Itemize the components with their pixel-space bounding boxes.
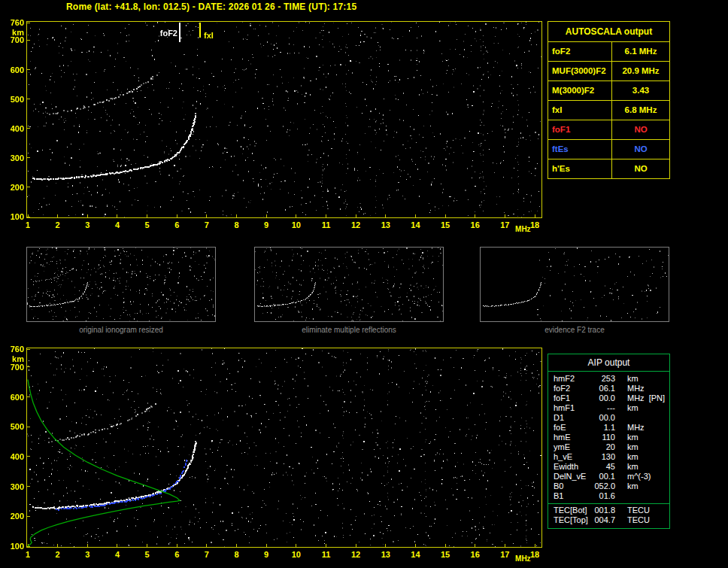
autoscala-row-fxI: fxI6.8 MHz (548, 100, 669, 120)
thumbnail-original-canvas (27, 248, 215, 321)
aip-param-unit: MHz (615, 423, 645, 433)
aip-param-value: 001.8 (593, 506, 615, 515)
autoscala-param-value: NO (612, 120, 669, 139)
autoscala-param-label: foF2 (548, 42, 612, 61)
autoscala-param-label: M(3000)F2 (548, 81, 612, 100)
autoscala-param-value: NO (612, 140, 669, 159)
aip-param-label: B1 (548, 491, 593, 501)
y-tick-label-top: 500 (2, 95, 24, 104)
autoscala-param-value: NO (612, 159, 669, 178)
autoscala-row-M(3000)F2: M(3000)F23.43 (548, 80, 669, 100)
aip-param-value: 004.7 (593, 515, 615, 525)
aip-param-value: 06.1 (593, 384, 615, 393)
x-tick-label-top: 9 (255, 220, 278, 229)
aip-param-label: B0 (548, 481, 593, 491)
aip-param-unit: TECU (615, 515, 650, 525)
aip-param-label: ymE (548, 442, 593, 452)
x-tick-label-top: 8 (226, 220, 248, 229)
aip-tec-separator (548, 503, 669, 504)
aip-row-hmE: hmE110km (548, 433, 669, 442)
autoscala-param-value: 6.8 MHz (612, 101, 669, 120)
fxi-marker-label: fxI (204, 31, 214, 40)
x-tick-label-top: 5 (136, 220, 159, 229)
y-tick-label-top: 200 (2, 183, 24, 192)
aip-table-rows: hmF2253kmfoF206.1MHzfoF100.0MHz [PN]hmF1… (548, 372, 669, 501)
thumbnail-original-ionogram (26, 247, 216, 322)
y-tick-label-bottom: 500 (2, 422, 24, 431)
y-tick-label-top: 700 (2, 35, 24, 44)
aip-param-label: hmF2 (548, 374, 593, 384)
autoscala-table-header: AUTOSCALA output (548, 22, 669, 41)
x-tick-label-top: 14 (404, 220, 426, 229)
aip-row-DelN_vE: DelN_vE00.1m^(-3) (548, 472, 669, 481)
autoscala-param-label: ftEs (548, 140, 612, 159)
x-tick-label-top: 13 (375, 220, 397, 229)
aip-param-unit: m^(-3) (615, 472, 651, 481)
x-tick-label-top: 10 (285, 220, 308, 229)
aip-row-hmF2: hmF2253km (548, 374, 669, 384)
x-tick-label-top: 6 (165, 220, 188, 229)
thumbnail-no-multiples-canvas (255, 248, 443, 321)
aip-row-TEC[Top]: TEC[Top]004.7TECU (548, 515, 669, 525)
autoscala-screen: { "title": "Rome (lat: +41.8, lon: 012.5… (0, 0, 728, 568)
aip-param-label: D1 (548, 413, 593, 423)
x-tick-label-top: 11 (314, 220, 337, 229)
aip-table-header: AIP output (548, 354, 669, 372)
x-tick-label-bottom: 10 (285, 550, 308, 559)
aip-param-unit: MHz [PN] (615, 393, 665, 403)
thumbnail-caption-original: original ionogram resized (26, 326, 216, 334)
x-tick-label-bottom: 7 (196, 550, 218, 559)
aip-output-table: AIP output hmF2253kmfoF206.1MHzfoF100.0M… (548, 354, 670, 529)
aip-param-value: 052.0 (593, 481, 615, 491)
station-date-title: Rome (lat: +41.8, lon: 012.5) - DATE: 20… (66, 2, 356, 12)
x-axis-unit-bottom: MHz (511, 554, 534, 563)
aip-param-label: TEC[Bot] (548, 506, 593, 515)
aip-row-D1: D100.0 (548, 413, 669, 423)
y-tick-label-top: 760 (2, 18, 24, 27)
aip-param-unit: TECU (615, 506, 650, 515)
x-tick-label-bottom: 11 (314, 550, 337, 559)
autoscala-param-label: h'Es (548, 159, 612, 178)
x-tick-label-top: 7 (196, 220, 218, 229)
x-tick-label-top: 12 (344, 220, 367, 229)
aip-param-value: 1.1 (593, 423, 615, 433)
aip-param-label: h_vE (548, 452, 593, 462)
autoscala-row-foF1: foF1NO (548, 120, 669, 139)
aip-param-label: hmF1 (548, 403, 593, 413)
autoscala-param-value: 3.43 (612, 81, 669, 100)
x-tick-label-bottom: 8 (226, 550, 248, 559)
aip-param-value: 110 (593, 433, 615, 442)
aip-param-value: 00.0 (593, 393, 615, 403)
aip-param-unit: km (615, 462, 639, 472)
aip-param-unit: km (615, 433, 639, 442)
aip-param-value: --- (593, 403, 615, 413)
thumbnail-caption-f2-trace: evidence F2 trace (480, 326, 669, 334)
y-tick-label-bottom: 600 (2, 393, 24, 402)
x-tick-label-bottom: 9 (255, 550, 278, 559)
x-tick-label-bottom: 5 (136, 550, 159, 559)
aip-param-value: 253 (593, 374, 615, 384)
aip-row-hmF1: hmF1---km (548, 403, 669, 413)
x-tick-label-top: 1 (17, 220, 39, 229)
fof2-marker-label: foF2 (150, 29, 177, 38)
y-tick-label-bottom: 300 (2, 482, 24, 491)
autoscala-row-ftEs: ftEsNO (548, 139, 669, 159)
thumbnail-no-multiples (254, 247, 444, 322)
x-tick-label-top: 15 (434, 220, 457, 229)
aip-row-TEC[Bot]: TEC[Bot]001.8TECU (548, 506, 669, 515)
x-tick-label-bottom: 6 (165, 550, 188, 559)
aip-param-value: 00.0 (593, 413, 615, 423)
x-tick-label-top: 16 (464, 220, 487, 229)
top-ionogram-plot (26, 21, 542, 218)
x-tick-label-bottom: 1 (17, 550, 39, 559)
x-tick-label-bottom: 13 (375, 550, 397, 559)
x-tick-label-bottom: 2 (47, 550, 69, 559)
aip-param-value: 20 (593, 442, 615, 452)
aip-param-label: hmE (548, 433, 593, 442)
y-tick-label-top: 600 (2, 65, 24, 74)
aip-param-unit: km (615, 481, 639, 491)
x-tick-label-bottom: 15 (434, 550, 457, 559)
y-tick-label-bottom: 200 (2, 512, 24, 521)
aip-param-value: 00.1 (593, 472, 615, 481)
aip-param-unit (615, 413, 627, 423)
